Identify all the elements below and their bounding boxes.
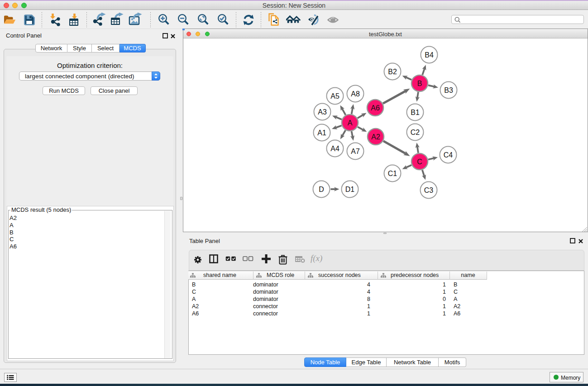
svg-text:D: D: [319, 186, 324, 193]
svg-text:B1: B1: [411, 109, 420, 116]
svg-text:C3: C3: [424, 186, 434, 194]
svg-text:B2: B2: [388, 68, 397, 76]
svg-text:B4: B4: [425, 51, 434, 59]
svg-text:A7: A7: [351, 148, 360, 155]
svg-text:C4: C4: [444, 151, 453, 159]
svg-text:C2: C2: [411, 129, 420, 136]
svg-text:A4: A4: [330, 145, 339, 152]
svg-text:A2: A2: [371, 133, 380, 141]
svg-text:A6: A6: [371, 104, 380, 112]
svg-text:A: A: [348, 119, 353, 127]
svg-text:A8: A8: [351, 90, 360, 98]
svg-text:A3: A3: [318, 108, 327, 116]
svg-text:B: B: [417, 80, 422, 87]
svg-text:A1: A1: [317, 129, 326, 137]
svg-text:C1: C1: [388, 170, 397, 177]
svg-text:B3: B3: [444, 86, 453, 94]
svg-text:A5: A5: [330, 92, 339, 100]
svg-text:C: C: [417, 158, 422, 166]
svg-text:D1: D1: [345, 186, 355, 193]
